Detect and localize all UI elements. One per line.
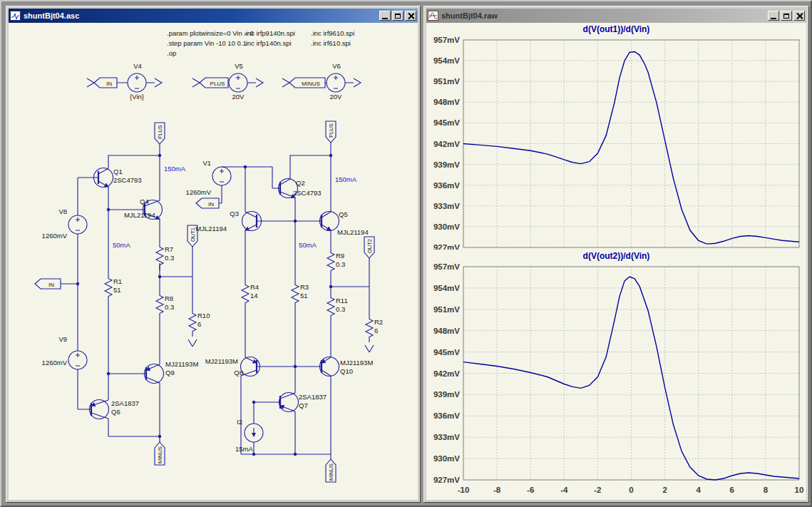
spice-line: .inc irf9610.spi [311, 29, 354, 37]
component-value: 1260mV [186, 188, 212, 196]
net-flag-label: MINUS [328, 464, 334, 481]
net-flag-plus-top[interactable]: PLUS [200, 78, 228, 88]
component-value: 51 [113, 286, 121, 294]
voltage-source-v5[interactable]: V5 20V [229, 62, 247, 101]
current-source-i2[interactable]: I2 15mA [235, 418, 263, 453]
component-value: 51 [300, 292, 308, 299]
current-annotation: 150mA [164, 165, 186, 173]
transistor-q5[interactable]: Q5 MJL21194 [320, 210, 369, 236]
voltage-source-v8[interactable]: V8 1260mV [42, 208, 87, 240]
x-tick-label: 4 [696, 486, 701, 494]
transistor-q4[interactable]: Q4 MJL21194 [124, 198, 163, 220]
component-ref: V4 [133, 62, 142, 70]
maximize-button[interactable] [781, 11, 792, 21]
component-value: 20V [232, 93, 245, 101]
y-tick-label: 948mV [433, 327, 460, 335]
spice-directives[interactable]: .param plotwinsize=0 Vin = 0 .inc irfp91… [167, 29, 354, 57]
component-value: 6 [197, 320, 201, 328]
waveform-titlebar[interactable]: shuntBjt04.raw [426, 9, 806, 23]
x-tick-label: 0 [629, 486, 633, 494]
x-tick-label: 6 [730, 486, 734, 494]
component-ref: I2 [237, 418, 242, 426]
transistor-q10[interactable]: MJ21193M Q10 [320, 357, 374, 377]
net-flag-label: IN [48, 282, 54, 288]
y-tick-label: 957mV [433, 36, 460, 44]
net-flag-in-right[interactable]: IN [196, 198, 219, 208]
transistor-q1[interactable]: Q1 2SC4793 [94, 168, 142, 188]
close-button[interactable] [793, 11, 805, 21]
transistor-q6[interactable]: 2SA1837 Q6 [90, 399, 140, 419]
net-flag-minus-top[interactable]: MINUS [289, 78, 325, 88]
transistor-q7[interactable]: 2SA1837 Q7 [279, 393, 327, 412]
minimize-button[interactable] [768, 11, 779, 21]
schematic-canvas[interactable]: .param plotwinsize=0 Vin = 0 .inc irfp91… [9, 23, 418, 500]
voltage-source-v1[interactable]: V1 1260mV [186, 159, 231, 196]
y-tick-label: 954mV [433, 284, 460, 292]
resistor-r4[interactable]: R4 14 [242, 280, 259, 308]
component-part: MJ21193M [340, 359, 373, 367]
y-tick-label: 930mV [433, 454, 460, 463]
resistor-r11[interactable]: R11 0.3 [327, 292, 348, 321]
resistor-r8[interactable]: R8 0.3 [156, 290, 174, 319]
transistor-q9[interactable]: MJ21193M Q9 [145, 360, 199, 384]
resistor-r3[interactable]: R3 51 [292, 280, 309, 308]
component-part: MJ21193M [205, 357, 238, 365]
component-ref: R9 [336, 252, 344, 260]
transistor-q3[interactable]: Q3 MJL21194 [195, 210, 261, 232]
x-tick-label: 10 [795, 486, 804, 494]
net-flag-label: PLUS [157, 125, 163, 139]
net-flag-in-top[interactable]: IN [94, 78, 117, 88]
schematic-svg[interactable]: .param plotwinsize=0 Vin = 0 .inc irfp91… [9, 23, 418, 500]
net-flag-plus-right[interactable]: PLUS [326, 121, 336, 143]
component-ref: V6 [332, 62, 341, 70]
voltage-source-v4[interactable]: V4 {Vin} [128, 62, 146, 101]
component-value: 15mA [235, 445, 253, 453]
voltage-source-v6[interactable]: V6 20V [327, 62, 345, 101]
waveform-plot-out1[interactable]: 957mV954mV951mV948mV945mV942mV939mV936mV… [426, 36, 806, 250]
resistor-r10[interactable]: R10 6 [188, 308, 210, 347]
component-value: 0.3 [165, 303, 174, 311]
plot-title-out2[interactable]: d(V(out2))/d(Vin) [426, 250, 806, 262]
close-button[interactable] [405, 11, 416, 21]
component-value: 0.3 [336, 305, 345, 313]
net-flag-minus-right[interactable]: MINUS [326, 459, 336, 482]
minimize-button[interactable] [379, 11, 391, 21]
net-flag-minus-left[interactable]: MINUS [155, 442, 165, 465]
maximize-button[interactable] [392, 11, 404, 21]
net-flag-plus-left[interactable]: PLUS [155, 123, 165, 144]
plot-title-out1[interactable]: d(V(out1))/d(Vin) [426, 23, 806, 36]
component-value: 1260mV [42, 359, 68, 367]
x-tick-label: 2 [662, 486, 667, 494]
y-tick-label: 945mV [433, 118, 460, 127]
component-ref: R1 [113, 277, 122, 285]
spice-line: .param plotwinsize=0 Vin = 0 [167, 29, 254, 37]
voltage-source-v9[interactable]: V9 1260mV [42, 335, 87, 369]
schematic-titlebar[interactable]: shuntBjt04.asc [9, 9, 418, 23]
x-tick-label: 8 [764, 486, 769, 494]
x-tick-label: -6 [527, 486, 534, 494]
component-ref: R3 [300, 283, 309, 291]
y-tick-label: 933mV [433, 433, 460, 441]
spice-line: .inc irf610.spi [311, 39, 351, 47]
transistor-q8[interactable]: MJ21193M Q8 [205, 357, 260, 377]
transistor-q2[interactable]: Q2 2SC4793 [279, 179, 322, 198]
resistor-r9[interactable]: R9 0.3 [327, 247, 345, 276]
desktop: shuntBjt04.asc .param plotwinsize=0 Vin … [0, 0, 812, 507]
component-ref: V9 [58, 335, 67, 343]
component-ref: R11 [336, 297, 348, 304]
resistor-r1[interactable]: R1 51 [105, 273, 122, 302]
component-ref: V8 [58, 208, 67, 215]
component-part: 2SC4793 [293, 189, 322, 197]
waveform-plot-out2[interactable]: 957mV954mV951mV948mV945mV942mV939mV936mV… [426, 262, 806, 498]
net-flag-label: IN [106, 81, 112, 87]
y-tick-label: 927mV [433, 476, 460, 484]
net-flag-label: MINUS [302, 81, 320, 87]
net-flag-out2[interactable]: OUT2 [364, 237, 374, 258]
schematic-file-icon [10, 11, 21, 21]
current-annotation: 50mA [113, 241, 130, 249]
component-part: 2SA1837 [111, 399, 139, 407]
resistor-r7[interactable]: R7 0.3 [156, 242, 174, 270]
net-flag-in-left[interactable]: IN [35, 279, 61, 289]
net-flag-label: OUT2 [366, 239, 373, 253]
resistor-r2[interactable]: R2 6 [365, 314, 383, 352]
